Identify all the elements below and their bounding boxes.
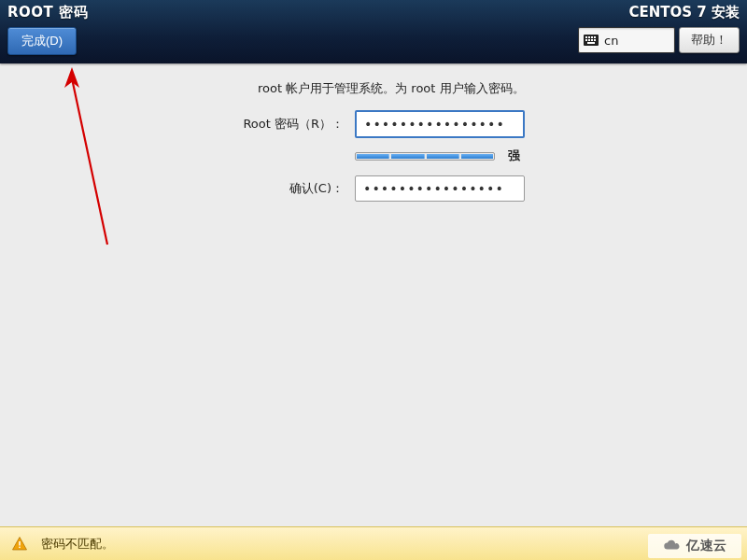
warning-icon <box>11 536 28 553</box>
form-description: root 帐户用于管理系统。为 root 用户输入密码。 <box>258 80 728 97</box>
confirm-label: 确认(C)： <box>19 180 355 197</box>
svg-rect-6 <box>588 39 590 41</box>
top-controls: cn 帮助！ <box>578 27 740 53</box>
svg-rect-5 <box>585 39 587 41</box>
help-button[interactable]: 帮助！ <box>679 27 740 53</box>
svg-rect-9 <box>587 42 595 44</box>
main-content: root 帐户用于管理系统。为 root 用户输入密码。 Root 密码（R）：… <box>0 63 747 202</box>
watermark: 亿速云 <box>648 534 741 558</box>
installer-title: CENTOS 7 安装 <box>578 4 740 21</box>
svg-rect-4 <box>594 36 596 38</box>
confirm-password-input[interactable] <box>355 175 525 202</box>
svg-rect-12 <box>19 541 21 546</box>
keyboard-icon <box>584 35 599 46</box>
password-strength-label: 强 <box>508 147 520 164</box>
page-title: ROOT 密码 <box>7 4 88 21</box>
watermark-text: 亿速云 <box>686 538 727 554</box>
installer-header: ROOT 密码 完成(D) CENTOS 7 安装 cn 帮助！ <box>0 0 747 63</box>
svg-rect-1 <box>585 36 587 38</box>
header-right: CENTOS 7 安装 cn 帮助！ <box>578 4 740 53</box>
password-label: Root 密码（R）： <box>19 116 355 133</box>
svg-rect-7 <box>591 39 593 41</box>
confirm-row: 确认(C)： <box>19 175 728 202</box>
svg-rect-8 <box>594 39 596 41</box>
root-password-input[interactable] <box>355 110 525 138</box>
warning-message: 密码不匹配。 <box>41 536 114 553</box>
cloud-icon <box>662 539 683 553</box>
done-button[interactable]: 完成(D) <box>7 27 77 55</box>
password-row: Root 密码（R）： <box>19 110 728 138</box>
warning-bar: 密码不匹配。 亿速云 <box>0 526 747 560</box>
svg-rect-3 <box>591 36 593 38</box>
header-left: ROOT 密码 完成(D) <box>7 4 88 55</box>
svg-rect-13 <box>19 546 21 548</box>
strength-row: 强 <box>19 147 728 164</box>
keyboard-layout-indicator[interactable]: cn <box>578 27 675 53</box>
password-strength-meter <box>355 152 495 161</box>
svg-rect-2 <box>588 36 590 38</box>
keyboard-layout-code: cn <box>604 34 618 48</box>
